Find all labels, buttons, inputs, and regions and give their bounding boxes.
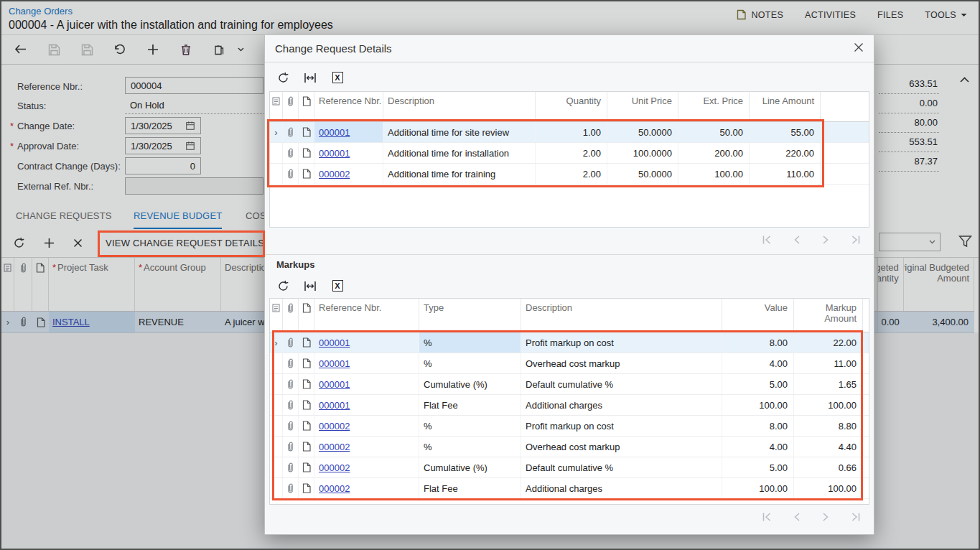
prev-page-icon[interactable] <box>793 235 801 247</box>
cell-markup[interactable]: 1.65 <box>794 374 863 394</box>
cell-desc[interactable]: Profit markup on cost <box>521 416 722 436</box>
cell-desc[interactable]: Additional time for installation <box>383 143 536 163</box>
cell-desc[interactable]: Additional charges <box>521 395 722 415</box>
cell-ref[interactable]: 000002 <box>314 437 419 457</box>
attach-file-icon[interactable] <box>283 457 299 477</box>
column-value[interactable]: Value <box>722 299 794 332</box>
cell-type[interactable]: % <box>419 437 521 457</box>
last-page-icon[interactable] <box>851 235 861 247</box>
cell-ref[interactable]: 000001 <box>314 374 419 394</box>
refresh-icon[interactable] <box>275 70 291 85</box>
reference-link[interactable]: 000002 <box>319 421 350 432</box>
cell-markup[interactable]: 11.00 <box>794 353 863 373</box>
cell-ref[interactable]: 000002 <box>314 478 419 498</box>
prev-page-icon[interactable] <box>793 512 801 524</box>
cell-type[interactable]: % <box>419 332 521 353</box>
cell-value[interactable]: 5.00 <box>722 457 794 477</box>
cell-ref[interactable]: 000002 <box>314 457 419 477</box>
attach-file-icon[interactable] <box>283 332 299 353</box>
cell-type[interactable]: % <box>419 416 521 436</box>
column-type[interactable]: Type <box>419 299 521 332</box>
column-unit-price[interactable]: Unit Price <box>607 92 678 121</box>
reference-link[interactable]: 000001 <box>319 400 350 411</box>
cell-value[interactable]: 4.00 <box>722 437 794 457</box>
column-description[interactable]: Description <box>383 92 536 121</box>
table-row[interactable]: 000002Flat FeeAdditional charges100.0010… <box>270 478 869 499</box>
cell-desc[interactable]: Overhead cost markup <box>521 437 722 457</box>
column-markup-amount[interactable]: Markup Amount <box>794 299 863 332</box>
reference-link[interactable]: 000001 <box>319 337 350 348</box>
cell-line[interactable]: 110.00 <box>750 164 821 184</box>
table-row[interactable]: 000001Cumulative (%)Default cumulative %… <box>270 374 869 395</box>
row-note-icon[interactable] <box>299 164 314 184</box>
column-reference-nbr[interactable]: Reference Nbr. <box>314 92 383 121</box>
cell-ref[interactable]: 000001 <box>314 332 419 353</box>
cell-value[interactable]: 100.00 <box>722 395 794 415</box>
row-note-icon[interactable] <box>299 332 314 353</box>
cell-line[interactable]: 220.00 <box>750 143 821 163</box>
cell-ref[interactable]: 000001 <box>314 395 419 415</box>
attach-file-icon[interactable] <box>283 164 299 184</box>
table-row[interactable]: 000002%Profit markup on cost8.008.80 <box>270 416 869 437</box>
cell-ref[interactable]: 000002 <box>314 416 419 436</box>
attach-file-icon[interactable] <box>283 395 299 415</box>
column-reference-nbr[interactable]: Reference Nbr. <box>314 299 419 332</box>
cell-unit[interactable]: 100.0000 <box>607 143 678 163</box>
table-row[interactable]: ›000001%Profit markup on cost8.0022.00 <box>270 332 869 353</box>
refresh-icon[interactable] <box>275 278 291 294</box>
cell-type[interactable]: Flat Fee <box>419 395 521 415</box>
cell-type[interactable]: % <box>419 353 521 373</box>
cell-ref[interactable]: 000001 <box>314 143 383 163</box>
cell-desc[interactable]: Default cumulative % <box>521 374 722 394</box>
cell-desc[interactable]: Default cumulative % <box>521 457 722 477</box>
attach-file-icon[interactable] <box>283 122 299 142</box>
cell-markup[interactable]: 0.66 <box>794 457 863 477</box>
cell-desc[interactable]: Additional charges <box>521 478 722 498</box>
reference-link[interactable]: 000001 <box>319 379 350 390</box>
cell-desc[interactable]: Overhead cost markup <box>521 353 722 373</box>
cell-markup[interactable]: 8.80 <box>794 416 863 436</box>
export-to-excel-icon[interactable]: X <box>330 278 345 294</box>
table-row[interactable]: 000002%Overhead cost markup4.004.40 <box>270 437 869 457</box>
row-note-icon[interactable] <box>299 416 314 436</box>
cell-value[interactable]: 100.00 <box>722 478 794 498</box>
cell-line[interactable]: 55.00 <box>750 122 821 142</box>
cell-qty[interactable]: 1.00 <box>536 122 607 142</box>
fit-to-screen-icon[interactable] <box>302 278 318 294</box>
row-note-icon[interactable] <box>299 353 314 373</box>
cell-type[interactable]: Flat Fee <box>419 478 521 498</box>
attach-file-icon[interactable] <box>283 478 299 498</box>
next-page-icon[interactable] <box>822 512 829 524</box>
row-note-icon[interactable] <box>299 374 314 394</box>
cell-ref[interactable]: 000001 <box>314 353 419 373</box>
row-note-icon[interactable] <box>299 122 314 142</box>
attach-file-icon[interactable] <box>283 416 299 436</box>
table-row[interactable]: ›000001Additional time for site review1.… <box>270 122 869 143</box>
row-note-icon[interactable] <box>299 395 314 415</box>
cell-qty[interactable]: 2.00 <box>536 143 607 163</box>
cell-ext[interactable]: 200.00 <box>678 143 750 163</box>
reference-link[interactable]: 000001 <box>319 358 350 369</box>
column-quantity[interactable]: Quantity <box>536 92 607 121</box>
close-icon[interactable] <box>854 42 864 55</box>
reference-link[interactable]: 000001 <box>319 148 350 159</box>
table-row[interactable]: 000002Cumulative (%)Default cumulative %… <box>270 457 869 478</box>
cell-desc[interactable]: Additional time for site review <box>383 122 536 142</box>
column-line-amount[interactable]: Line Amount <box>750 92 821 121</box>
row-note-icon[interactable] <box>299 437 314 457</box>
reference-link[interactable]: 000002 <box>319 483 350 494</box>
cell-ext[interactable]: 100.00 <box>678 164 750 184</box>
cell-markup[interactable]: 100.00 <box>794 395 863 415</box>
cell-unit[interactable]: 50.0000 <box>607 164 678 184</box>
table-row[interactable]: 000001Flat FeeAdditional charges100.0010… <box>270 395 869 416</box>
table-row[interactable]: 000002Additional time for training2.0050… <box>270 164 869 185</box>
cell-desc[interactable]: Additional time for training <box>383 164 536 184</box>
cell-value[interactable]: 8.00 <box>722 416 794 436</box>
cell-qty[interactable]: 2.00 <box>536 164 607 184</box>
cell-ref[interactable]: 000001 <box>314 122 383 142</box>
column-description[interactable]: Description <box>521 299 722 332</box>
reference-link[interactable]: 000001 <box>319 127 350 138</box>
cell-markup[interactable]: 22.00 <box>794 332 863 353</box>
cell-markup[interactable]: 100.00 <box>794 478 863 498</box>
reference-link[interactable]: 000002 <box>319 169 350 180</box>
